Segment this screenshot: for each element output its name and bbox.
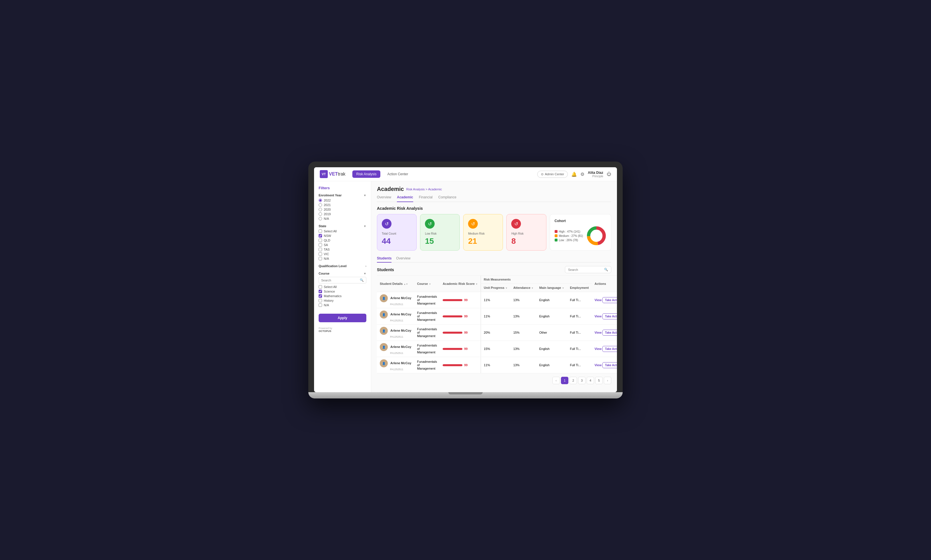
qualification-level-arrow: ›	[366, 265, 366, 268]
employment-cell: Full Ti...	[567, 325, 591, 341]
settings-button[interactable]: ⚙	[581, 172, 584, 177]
state-select-all[interactable]: Select All	[319, 229, 366, 233]
view-button[interactable]: View	[594, 331, 602, 334]
student-id: PA1252511	[390, 368, 403, 371]
view-button[interactable]: View	[594, 315, 602, 318]
student-details-cell: 👤 Arlene McCoy PA1252511	[377, 357, 414, 373]
breadcrumb: Risk Analysis > Academic	[406, 188, 442, 191]
attendance-cell: 13%	[510, 308, 536, 325]
view-button[interactable]: View	[594, 298, 602, 302]
risk-analysis-nav-button[interactable]: Risk Analysis	[352, 171, 381, 178]
admin-center-icon: ⊙	[541, 172, 543, 176]
admin-center-button[interactable]: ⊙ Admin Center	[537, 171, 568, 178]
tab-overview[interactable]: Overview	[377, 195, 391, 202]
action-center-nav-button[interactable]: Action Center	[385, 171, 410, 178]
take-action-button[interactable]: Take Action	[602, 330, 617, 335]
student-risk-score-cell: 99	[440, 357, 481, 373]
year-na[interactable]: N/A	[319, 217, 366, 220]
th-academic-risk-score[interactable]: Academic Risk Score ▼	[440, 276, 481, 292]
low-risk-value: 15	[425, 237, 434, 246]
next-page-button[interactable]: ›	[604, 377, 611, 384]
view-button[interactable]: View	[594, 363, 602, 367]
students-tab-overview[interactable]: Overview	[396, 256, 410, 263]
students-section-title: Students	[377, 268, 394, 272]
students-tab-students[interactable]: Students	[377, 256, 392, 263]
th-unit-progress[interactable]: Unit Progress ▼	[481, 284, 511, 292]
year-2022[interactable]: 2022	[319, 198, 366, 202]
notifications-button[interactable]: 🔔	[571, 172, 577, 177]
user-info: Alita Diaz Principle	[588, 171, 603, 178]
risk-score-value: 99	[464, 363, 468, 367]
student-id: PA1252511	[390, 335, 403, 338]
th-main-language[interactable]: Main language ▼	[536, 284, 567, 292]
th-course[interactable]: Course ▼	[414, 276, 440, 292]
qualification-level-filter: Qualification Level ›	[319, 264, 366, 268]
student-avatar: 👤	[380, 311, 388, 318]
prev-page-button[interactable]: ‹	[553, 377, 560, 384]
take-action-button[interactable]: Take Action	[602, 362, 617, 368]
risk-analysis-title: Academic Risk Analysis	[377, 206, 611, 211]
logo: VT VETtrak	[320, 170, 346, 178]
take-action-button[interactable]: Take Action	[602, 297, 617, 303]
main-language-cell: Other	[536, 325, 567, 341]
qualification-level-header[interactable]: Qualification Level ›	[319, 264, 366, 268]
state-tas[interactable]: TAS	[319, 248, 366, 251]
attendance-cell: 15%	[510, 325, 536, 341]
table-search-box[interactable]: 🔍	[565, 266, 611, 273]
year-2020[interactable]: 2020	[319, 208, 366, 211]
top-navigation: VT VETtrak Risk Analysis Action Center ⊙…	[314, 167, 617, 181]
apply-button[interactable]: Apply	[319, 314, 366, 322]
risk-score-value: 99	[464, 315, 468, 318]
page-1-button[interactable]: 1	[561, 377, 568, 384]
tab-academic[interactable]: Academic	[397, 195, 413, 202]
state-sa[interactable]: SA	[319, 243, 366, 247]
th-attendance[interactable]: Attendance ▼	[510, 284, 536, 292]
view-button[interactable]: View	[594, 347, 602, 351]
state-vic[interactable]: VIC	[319, 252, 366, 256]
low-risk-card: ↺ Low Risk 15	[420, 214, 460, 251]
course-sort-icon: ▼	[429, 283, 431, 285]
student-risk-score-cell: 99	[440, 292, 481, 308]
student-course-cell: Funadmentals of Management	[414, 308, 440, 325]
page-3-button[interactable]: 3	[578, 377, 585, 384]
page-2-button[interactable]: 2	[570, 377, 577, 384]
high-risk-card: ↺ High Risk 8	[506, 214, 546, 251]
tab-financial[interactable]: Financial	[419, 195, 432, 202]
medium-risk-icon: ↺	[468, 219, 478, 229]
course-search-box[interactable]: 🔍	[319, 277, 366, 283]
course-science[interactable]: Science	[319, 290, 366, 293]
course-search-input[interactable]	[321, 278, 360, 282]
table-search-icon: 🔍	[604, 268, 608, 271]
enrolment-year-header[interactable]: Enrolment Year ▼	[319, 194, 366, 197]
risk-cards-container: ↺ Total Count 44 ↺ Low Risk 15 ↺ Medium …	[377, 214, 611, 251]
state-na[interactable]: N/A	[319, 257, 366, 260]
student-avatar: 👤	[380, 294, 388, 302]
state-nsw[interactable]: NSW	[319, 234, 366, 237]
high-risk-label: High Risk	[511, 232, 523, 235]
state-header[interactable]: State ▼	[319, 225, 366, 228]
state-qld[interactable]: QLD	[319, 238, 366, 242]
power-button[interactable]: ⏻	[607, 172, 611, 177]
page-4-button[interactable]: 4	[587, 377, 594, 384]
year-2021[interactable]: 2021	[319, 203, 366, 207]
tab-compliance[interactable]: Compliance	[438, 195, 456, 202]
take-action-button[interactable]: Take Action	[602, 346, 617, 352]
donut-chart	[587, 226, 607, 246]
unit-progress-cell: 11%	[481, 357, 511, 373]
take-action-button[interactable]: Take Action	[602, 313, 617, 319]
legend-medium-dot	[555, 234, 557, 237]
risk-bar: 99	[443, 315, 478, 318]
course-na[interactable]: N/A	[319, 303, 366, 307]
table-search-input[interactable]	[568, 268, 602, 271]
page-5-button[interactable]: 5	[595, 377, 603, 384]
course-header[interactable]: Course ▼	[319, 272, 366, 275]
table-row: 👤 Arlene McCoy PA1252511 Funadmentals of…	[377, 325, 617, 341]
course-mathematics[interactable]: Mathematics	[319, 294, 366, 298]
student-name: Arlene McCoy	[391, 362, 411, 365]
student-details-cell: 👤 Arlene McCoy PA1252511	[377, 325, 414, 341]
risk-bar-fill	[443, 348, 462, 350]
course-select-all[interactable]: Select All	[319, 285, 366, 289]
course-history[interactable]: History	[319, 299, 366, 302]
th-student-details[interactable]: Student Details ▲▼	[377, 276, 414, 292]
year-2019[interactable]: 2019	[319, 212, 366, 216]
